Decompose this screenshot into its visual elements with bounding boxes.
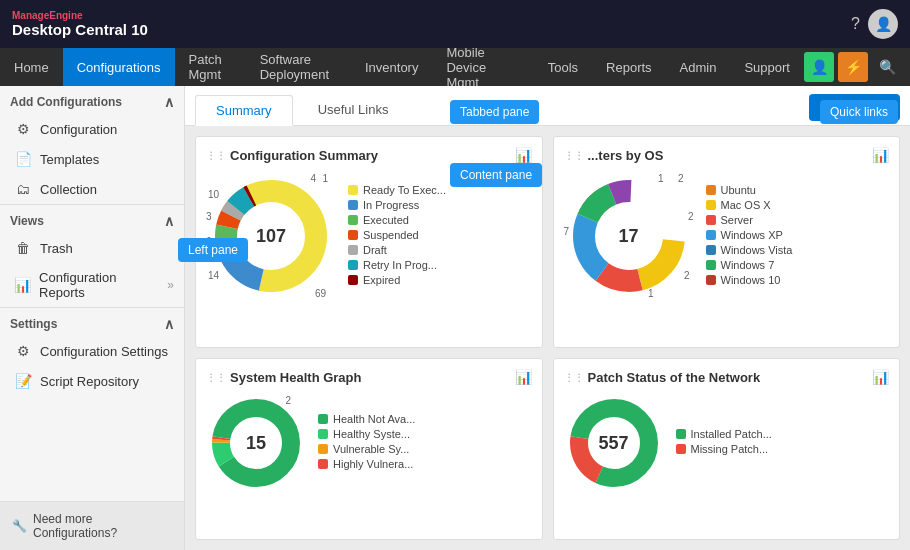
need-more-icon: 🔧	[12, 519, 27, 533]
lightning-icon-btn[interactable]: ⚡	[838, 52, 868, 82]
templates-icon: 📄	[14, 151, 32, 167]
need-more-configurations[interactable]: 🔧 Need more Configurations?	[0, 501, 184, 550]
health-center: 15	[246, 433, 266, 454]
search-icon-btn[interactable]: 🔍	[872, 52, 902, 82]
nav-patch-mgmt[interactable]: Patch Mgmt	[175, 48, 246, 86]
nav-bar: Home Configurations Patch Mgmt Software …	[0, 48, 910, 86]
collection-icon: 🗂	[14, 181, 32, 197]
logo-area: ManageEngine Desktop Central 10	[12, 10, 148, 38]
health-donut: 15 2	[206, 393, 306, 493]
health-chart-area: 15 2 Health Not Ava... Healthy Syste...	[206, 393, 532, 493]
brand-label: ManageEngine	[12, 10, 148, 21]
patch-donut: 557	[564, 393, 664, 493]
user-icon-btn[interactable]: 👤	[804, 52, 834, 82]
config-summary-center: 107	[256, 226, 286, 247]
tab-useful-links[interactable]: Useful Links	[297, 94, 410, 125]
tooltip-tabbed-pane: Tabbed pane	[450, 100, 539, 124]
user-avatar[interactable]: 👤	[868, 9, 898, 39]
nav-reports[interactable]: Reports	[592, 48, 666, 86]
nav-inventory[interactable]: Inventory	[351, 48, 432, 86]
os-summary-center: 17	[618, 226, 638, 247]
tab-bar: Summary Useful Links Quick links	[185, 86, 910, 126]
sidebar-item-trash[interactable]: 🗑 Trash	[0, 233, 184, 263]
config-summary-donut: 107 4 1 10 3 6 14 69	[206, 171, 336, 301]
nav-mobile-device[interactable]: Mobile Device Mgmt	[432, 48, 533, 86]
section-add-configurations: Add Configurations ∧	[0, 86, 184, 114]
settings-icon: ⚙	[14, 343, 32, 359]
config-summary-legend: Ready To Exec... In Progress Executed	[348, 184, 446, 289]
os-summary-legend: Ubuntu Mac OS X Server Windows XP	[706, 184, 793, 289]
config-summary-chart-icon[interactable]: 📊	[515, 147, 532, 163]
help-icon[interactable]: ?	[851, 15, 860, 33]
patch-center: 557	[598, 433, 628, 454]
reports-icon: 📊	[14, 277, 31, 293]
sidebar-item-config-settings[interactable]: ⚙ Configuration Settings	[0, 336, 184, 366]
app-title: Desktop Central 10	[12, 21, 148, 38]
main-layout: Add Configurations ∧ ⚙ Configuration 📄 T…	[0, 86, 910, 550]
nav-admin[interactable]: Admin	[666, 48, 731, 86]
dashboard: Configuration Summary 📊	[185, 126, 910, 550]
patch-chart-area: 557 Installed Patch... Missing Patch...	[564, 393, 890, 493]
left-pane: Add Configurations ∧ ⚙ Configuration 📄 T…	[0, 86, 185, 550]
tooltip-content-pane: Content pane	[450, 163, 542, 187]
sidebar-item-templates[interactable]: 📄 Templates	[0, 144, 184, 174]
os-summary-chart-area: 17 1 2 2 2 1 7 Ubuntu	[564, 171, 890, 301]
nav-software-deployment[interactable]: Software Deployment	[246, 48, 351, 86]
tooltip-left-pane: Left pane	[185, 238, 248, 262]
script-icon: 📝	[14, 373, 32, 389]
patch-legend: Installed Patch... Missing Patch...	[676, 428, 772, 458]
os-summary-card: ...ters by OS 📊 17	[553, 136, 901, 348]
patch-status-card: Patch Status of the Network 📊 557	[553, 358, 901, 540]
top-bar: ManageEngine Desktop Central 10 ? 👤	[0, 0, 910, 48]
tooltip-quick-links: Quick links	[820, 100, 898, 124]
health-graph-card: System Health Graph 📊 15 2	[195, 358, 543, 540]
config-summary-chart-area: 107 4 1 10 3 6 14 69 Ready To Exec...	[206, 171, 532, 301]
nav-configurations[interactable]: Configurations	[63, 48, 175, 86]
sidebar-item-collection[interactable]: 🗂 Collection	[0, 174, 184, 204]
nav-support[interactable]: Support	[730, 48, 804, 86]
content-area: Left pane Tabbed pane Content pane Quick…	[185, 86, 910, 550]
trash-icon: 🗑	[14, 240, 32, 256]
configuration-icon: ⚙	[14, 121, 32, 137]
section-settings: Settings ∧	[0, 307, 184, 336]
nav-home[interactable]: Home	[0, 48, 63, 86]
sidebar-item-configuration[interactable]: ⚙ Configuration	[0, 114, 184, 144]
os-summary-donut: 17 1 2 2 2 1 7	[564, 171, 694, 301]
os-summary-chart-icon[interactable]: 📊	[872, 147, 889, 163]
health-legend: Health Not Ava... Healthy Syste... Vulne…	[318, 413, 415, 473]
nav-tools[interactable]: Tools	[534, 48, 592, 86]
sidebar-item-script-repo[interactable]: 📝 Script Repository	[0, 366, 184, 396]
patch-status-chart-icon[interactable]: 📊	[872, 369, 889, 385]
tab-summary[interactable]: Summary	[195, 95, 293, 126]
section-views: Views ∧	[0, 204, 184, 233]
health-graph-chart-icon[interactable]: 📊	[515, 369, 532, 385]
sidebar-item-config-reports[interactable]: 📊 Configuration Reports »	[0, 263, 184, 307]
